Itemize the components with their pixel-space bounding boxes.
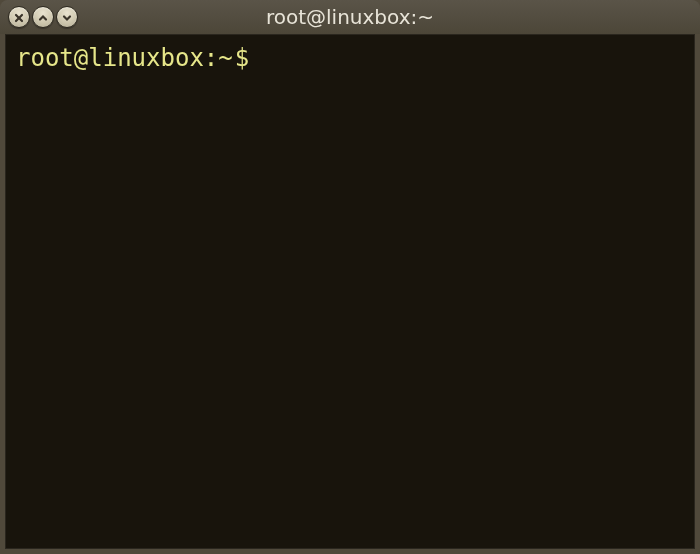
- chevron-down-icon: [62, 8, 72, 27]
- terminal-window: root@linuxbox:~ root@linuxbox:~$: [0, 0, 700, 554]
- close-button[interactable]: [8, 6, 30, 28]
- titlebar[interactable]: root@linuxbox:~: [0, 0, 700, 34]
- window-title: root@linuxbox:~: [0, 5, 700, 29]
- minimize-button[interactable]: [56, 6, 78, 28]
- maximize-button[interactable]: [32, 6, 54, 28]
- prompt-line: root@linuxbox:~$: [16, 43, 684, 74]
- terminal-body[interactable]: root@linuxbox:~$: [5, 34, 695, 549]
- close-icon: [14, 8, 24, 27]
- window-controls: [8, 6, 78, 28]
- chevron-up-icon: [38, 8, 48, 27]
- prompt-symbol: $: [235, 43, 249, 74]
- prompt-userhost: root@linuxbox:~: [16, 43, 233, 74]
